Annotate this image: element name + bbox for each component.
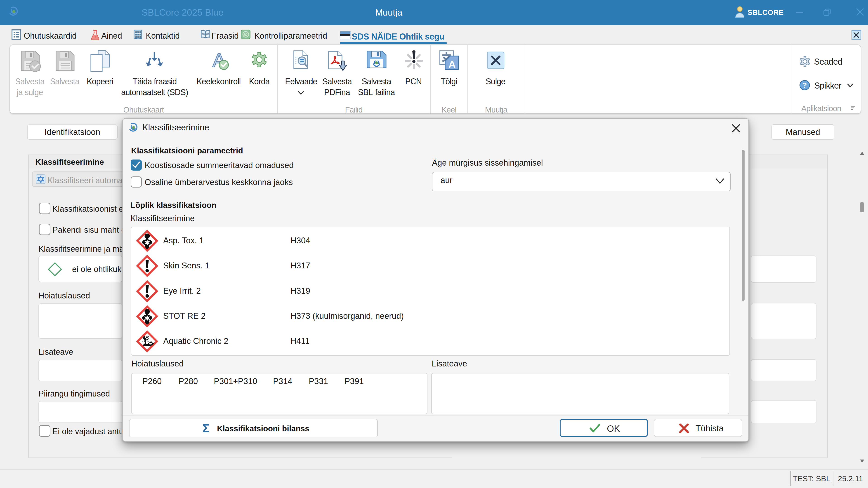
svg-text:?: ?	[803, 81, 807, 89]
svg-text:A: A	[448, 59, 456, 70]
